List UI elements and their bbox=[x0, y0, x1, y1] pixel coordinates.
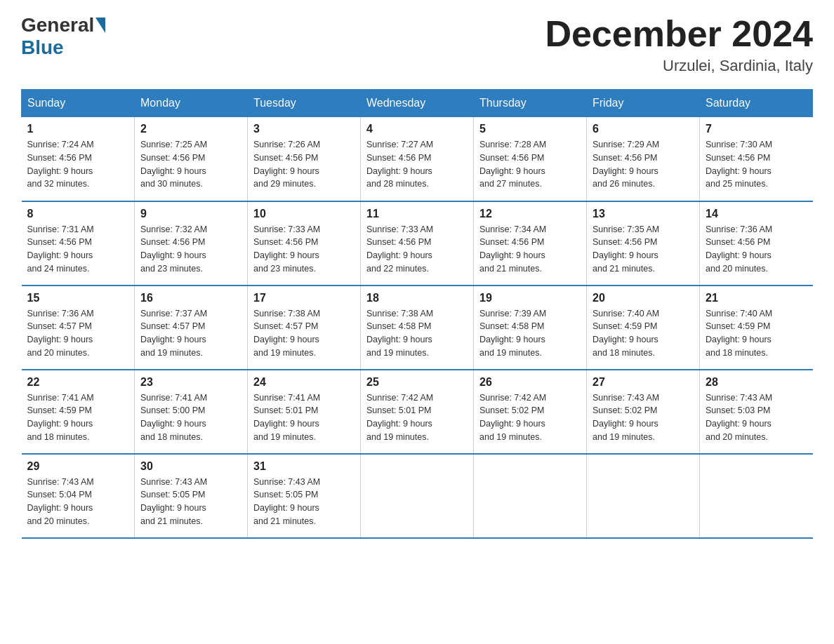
table-row: 9 Sunrise: 7:32 AM Sunset: 4:56 PM Dayli… bbox=[135, 201, 248, 286]
day-info: Sunrise: 7:41 AM Sunset: 4:59 PM Dayligh… bbox=[27, 391, 129, 444]
day-number: 25 bbox=[366, 376, 468, 389]
day-number: 26 bbox=[479, 376, 581, 389]
table-row: 18 Sunrise: 7:38 AM Sunset: 4:58 PM Dayl… bbox=[361, 286, 474, 370]
col-tuesday: Tuesday bbox=[248, 90, 361, 117]
table-row: 17 Sunrise: 7:38 AM Sunset: 4:57 PM Dayl… bbox=[248, 286, 361, 370]
col-saturday: Saturday bbox=[700, 90, 813, 117]
calendar-table: Sunday Monday Tuesday Wednesday Thursday… bbox=[21, 89, 813, 539]
day-number: 24 bbox=[253, 376, 355, 389]
table-row: 30 Sunrise: 7:43 AM Sunset: 5:05 PM Dayl… bbox=[135, 454, 248, 538]
table-row: 28 Sunrise: 7:43 AM Sunset: 5:03 PM Dayl… bbox=[700, 370, 813, 454]
header-row: Sunday Monday Tuesday Wednesday Thursday… bbox=[22, 90, 813, 117]
calendar-week-row: 29 Sunrise: 7:43 AM Sunset: 5:04 PM Dayl… bbox=[22, 454, 813, 538]
logo-general-text: General bbox=[21, 14, 94, 36]
day-info: Sunrise: 7:43 AM Sunset: 5:04 PM Dayligh… bbox=[27, 476, 129, 528]
calendar-week-row: 22 Sunrise: 7:41 AM Sunset: 4:59 PM Dayl… bbox=[22, 370, 813, 454]
day-info: Sunrise: 7:33 AM Sunset: 4:56 PM Dayligh… bbox=[366, 223, 468, 276]
col-thursday: Thursday bbox=[474, 90, 587, 117]
calendar-week-row: 1 Sunrise: 7:24 AM Sunset: 4:56 PM Dayli… bbox=[22, 117, 813, 201]
table-row bbox=[700, 454, 813, 538]
day-info: Sunrise: 7:24 AM Sunset: 4:56 PM Dayligh… bbox=[27, 138, 129, 191]
day-info: Sunrise: 7:38 AM Sunset: 4:57 PM Dayligh… bbox=[253, 307, 355, 360]
day-info: Sunrise: 7:43 AM Sunset: 5:05 PM Dayligh… bbox=[140, 476, 241, 528]
day-info: Sunrise: 7:34 AM Sunset: 4:56 PM Dayligh… bbox=[479, 223, 581, 276]
day-info: Sunrise: 7:36 AM Sunset: 4:56 PM Dayligh… bbox=[706, 223, 807, 276]
table-row: 11 Sunrise: 7:33 AM Sunset: 4:56 PM Dayl… bbox=[361, 201, 474, 286]
table-row: 24 Sunrise: 7:41 AM Sunset: 5:01 PM Dayl… bbox=[248, 370, 361, 454]
day-info: Sunrise: 7:30 AM Sunset: 4:56 PM Dayligh… bbox=[706, 138, 807, 191]
location-text: Urzulei, Sardinia, Italy bbox=[545, 57, 813, 75]
day-info: Sunrise: 7:36 AM Sunset: 4:57 PM Dayligh… bbox=[27, 307, 129, 360]
day-info: Sunrise: 7:40 AM Sunset: 4:59 PM Dayligh… bbox=[593, 307, 694, 360]
day-number: 18 bbox=[366, 292, 468, 304]
table-row bbox=[587, 454, 700, 538]
calendar-body: 1 Sunrise: 7:24 AM Sunset: 4:56 PM Dayli… bbox=[22, 117, 813, 538]
table-row: 7 Sunrise: 7:30 AM Sunset: 4:56 PM Dayli… bbox=[700, 117, 813, 201]
logo: General Blue bbox=[21, 14, 107, 59]
table-row: 10 Sunrise: 7:33 AM Sunset: 4:56 PM Dayl… bbox=[248, 201, 361, 286]
day-info: Sunrise: 7:41 AM Sunset: 5:01 PM Dayligh… bbox=[253, 391, 355, 444]
day-info: Sunrise: 7:33 AM Sunset: 4:56 PM Dayligh… bbox=[253, 223, 355, 276]
table-row: 5 Sunrise: 7:28 AM Sunset: 4:56 PM Dayli… bbox=[474, 117, 587, 201]
table-row: 8 Sunrise: 7:31 AM Sunset: 4:56 PM Dayli… bbox=[22, 201, 135, 286]
day-info: Sunrise: 7:32 AM Sunset: 4:56 PM Dayligh… bbox=[140, 223, 241, 276]
day-info: Sunrise: 7:31 AM Sunset: 4:56 PM Dayligh… bbox=[27, 223, 129, 276]
table-row bbox=[361, 454, 474, 538]
day-info: Sunrise: 7:41 AM Sunset: 5:00 PM Dayligh… bbox=[140, 391, 241, 444]
page-header: General Blue December 2024 Urzulei, Sard… bbox=[21, 14, 813, 75]
day-info: Sunrise: 7:28 AM Sunset: 4:56 PM Dayligh… bbox=[479, 138, 581, 191]
day-number: 19 bbox=[479, 292, 581, 304]
day-info: Sunrise: 7:38 AM Sunset: 4:58 PM Dayligh… bbox=[366, 307, 468, 360]
col-friday: Friday bbox=[587, 90, 700, 117]
calendar-week-row: 15 Sunrise: 7:36 AM Sunset: 4:57 PM Dayl… bbox=[22, 286, 813, 370]
col-monday: Monday bbox=[135, 90, 248, 117]
table-row: 1 Sunrise: 7:24 AM Sunset: 4:56 PM Dayli… bbox=[22, 117, 135, 201]
day-info: Sunrise: 7:40 AM Sunset: 4:59 PM Dayligh… bbox=[706, 307, 807, 360]
day-number: 30 bbox=[140, 460, 241, 473]
day-number: 12 bbox=[479, 208, 581, 220]
day-number: 3 bbox=[253, 123, 355, 135]
table-row: 3 Sunrise: 7:26 AM Sunset: 4:56 PM Dayli… bbox=[248, 117, 361, 201]
day-info: Sunrise: 7:26 AM Sunset: 4:56 PM Dayligh… bbox=[253, 138, 355, 191]
day-info: Sunrise: 7:42 AM Sunset: 5:01 PM Dayligh… bbox=[366, 391, 468, 444]
day-number: 15 bbox=[27, 292, 129, 304]
table-row: 15 Sunrise: 7:36 AM Sunset: 4:57 PM Dayl… bbox=[22, 286, 135, 370]
calendar-week-row: 8 Sunrise: 7:31 AM Sunset: 4:56 PM Dayli… bbox=[22, 201, 813, 286]
day-info: Sunrise: 7:43 AM Sunset: 5:05 PM Dayligh… bbox=[253, 476, 355, 528]
day-number: 14 bbox=[706, 208, 807, 220]
day-number: 17 bbox=[253, 292, 355, 304]
day-number: 21 bbox=[706, 292, 807, 304]
table-row: 25 Sunrise: 7:42 AM Sunset: 5:01 PM Dayl… bbox=[361, 370, 474, 454]
day-info: Sunrise: 7:25 AM Sunset: 4:56 PM Dayligh… bbox=[140, 138, 241, 191]
day-number: 2 bbox=[140, 123, 241, 135]
day-number: 5 bbox=[479, 123, 581, 135]
day-number: 6 bbox=[593, 123, 694, 135]
table-row: 12 Sunrise: 7:34 AM Sunset: 4:56 PM Dayl… bbox=[474, 201, 587, 286]
table-row: 16 Sunrise: 7:37 AM Sunset: 4:57 PM Dayl… bbox=[135, 286, 248, 370]
day-number: 23 bbox=[140, 376, 241, 389]
logo-triangle-icon bbox=[95, 18, 105, 33]
month-title: December 2024 bbox=[545, 14, 813, 54]
table-row: 26 Sunrise: 7:42 AM Sunset: 5:02 PM Dayl… bbox=[474, 370, 587, 454]
day-number: 13 bbox=[593, 208, 694, 220]
logo-blue-text: Blue bbox=[21, 36, 64, 58]
table-row: 29 Sunrise: 7:43 AM Sunset: 5:04 PM Dayl… bbox=[22, 454, 135, 538]
day-number: 7 bbox=[706, 123, 807, 135]
day-number: 27 bbox=[593, 376, 694, 389]
col-wednesday: Wednesday bbox=[361, 90, 474, 117]
table-row: 14 Sunrise: 7:36 AM Sunset: 4:56 PM Dayl… bbox=[700, 201, 813, 286]
day-info: Sunrise: 7:27 AM Sunset: 4:56 PM Dayligh… bbox=[366, 138, 468, 191]
day-info: Sunrise: 7:37 AM Sunset: 4:57 PM Dayligh… bbox=[140, 307, 241, 360]
day-info: Sunrise: 7:39 AM Sunset: 4:58 PM Dayligh… bbox=[479, 307, 581, 360]
day-number: 16 bbox=[140, 292, 241, 304]
day-number: 29 bbox=[27, 460, 129, 473]
day-number: 1 bbox=[27, 123, 129, 135]
table-row: 27 Sunrise: 7:43 AM Sunset: 5:02 PM Dayl… bbox=[587, 370, 700, 454]
calendar-header: Sunday Monday Tuesday Wednesday Thursday… bbox=[22, 90, 813, 117]
table-row bbox=[474, 454, 587, 538]
table-row: 22 Sunrise: 7:41 AM Sunset: 4:59 PM Dayl… bbox=[22, 370, 135, 454]
day-number: 28 bbox=[706, 376, 807, 389]
day-number: 8 bbox=[27, 208, 129, 220]
table-row: 6 Sunrise: 7:29 AM Sunset: 4:56 PM Dayli… bbox=[587, 117, 700, 201]
day-number: 31 bbox=[253, 460, 355, 473]
